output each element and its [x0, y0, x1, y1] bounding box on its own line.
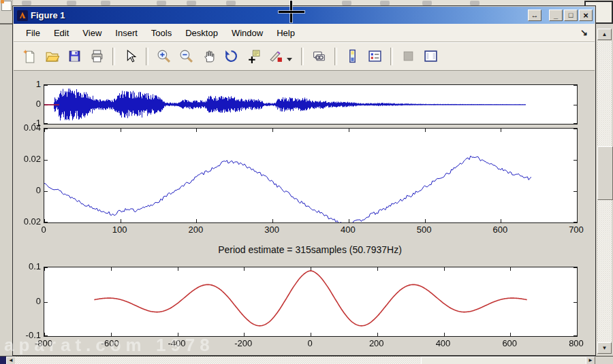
menu-item-file[interactable]: File — [19, 26, 47, 40]
brush-dropdown-icon[interactable] — [287, 58, 292, 61]
show-plot-tools-icon — [424, 49, 438, 63]
background-icon-fragment — [422, 1, 432, 5]
background-icon-fragment — [67, 1, 76, 5]
save-button[interactable] — [65, 48, 83, 65]
tick-label: 0.02 — [11, 154, 41, 165]
link-icon — [312, 49, 326, 63]
toolbar-separator — [390, 48, 393, 65]
pitch-contour-plot — [44, 129, 577, 222]
tick-label: 100 — [101, 225, 138, 235]
tick-label: 0.1 — [11, 261, 41, 272]
tick-label: -800 — [25, 338, 62, 349]
menu-item-desktop[interactable]: Desktop — [178, 26, 225, 40]
link-plot-button[interactable] — [310, 48, 328, 65]
tick-label: 0 — [11, 185, 41, 196]
tick-label: 600 — [482, 225, 518, 235]
divider — [0, 23, 12, 24]
background-icon-fragment — [101, 1, 110, 5]
vertical-scroll-thumb[interactable] — [597, 146, 613, 200]
hide-plot-tools-button[interactable] — [399, 48, 417, 65]
tick-label: 200 — [177, 225, 214, 235]
axes-waveform — [44, 84, 578, 125]
toolbar-separator — [112, 48, 115, 65]
insert-colorbar-button[interactable] — [343, 48, 361, 65]
zoom-out-icon — [179, 49, 193, 63]
toolbar-separator — [146, 48, 148, 65]
background-icon-fragment — [380, 1, 390, 5]
tick-label: 300 — [253, 225, 290, 235]
open-file-button[interactable] — [43, 48, 61, 65]
background-toolbar-sliver — [12, 0, 596, 5]
toolbar-separator — [301, 48, 304, 65]
horizontal-scroll-thumb[interactable] — [421, 357, 587, 364]
menu-item-view[interactable]: View — [76, 26, 108, 40]
scroll-left-button[interactable]: ◄ — [6, 357, 16, 364]
minimize-button[interactable]: _ — [549, 10, 563, 21]
tick-label: 200 — [358, 338, 395, 349]
axes-autocorrelation — [44, 267, 578, 337]
insert-legend-button[interactable] — [366, 48, 383, 65]
dock-undock-button[interactable]: ↔ — [528, 10, 541, 21]
scrollbar-corner — [0, 357, 6, 364]
zoom-out-button[interactable] — [177, 48, 195, 65]
menu-item-window[interactable]: Window — [225, 26, 270, 40]
save-icon — [67, 49, 82, 63]
tick-label: 700 — [558, 225, 595, 235]
dock-figure-arrow[interactable]: ↘ — [580, 27, 588, 37]
scrollbar-track[interactable] — [15, 357, 421, 364]
show-plot-tools-button[interactable] — [422, 48, 439, 65]
zoom-in-button[interactable] — [155, 48, 172, 65]
data-cursor-icon — [247, 49, 261, 63]
menu-item-help[interactable]: Help — [270, 26, 302, 40]
tick-label: 0 — [11, 99, 41, 110]
tick-label: 500 — [406, 225, 443, 235]
tick-label: 400 — [330, 225, 366, 235]
tick-label: 400 — [425, 338, 462, 349]
tick-label: 0 — [11, 296, 41, 307]
rotate-3d-button[interactable] — [222, 48, 240, 65]
matlab-logo-icon — [17, 10, 28, 21]
menu-item-edit[interactable]: Edit — [47, 26, 76, 40]
tick-label: -400 — [159, 338, 195, 349]
background-horizontal-scrollbar[interactable]: ◄ ► — [0, 356, 613, 364]
hide-plot-tools-icon — [401, 49, 415, 63]
arrow-cursor-icon — [123, 49, 138, 63]
tick-label: 1 — [11, 79, 41, 90]
zoom-in-icon — [157, 49, 171, 63]
menu-bar: File Edit View Insert Tools Desktop Wind… — [14, 24, 595, 42]
legend-icon — [368, 49, 382, 63]
menu-item-tools[interactable]: Tools — [144, 26, 178, 40]
background-icon-fragment — [157, 1, 166, 5]
waveform-plot — [44, 85, 577, 124]
maximize-button[interactable]: □ — [564, 10, 578, 21]
tick-label: 600 — [491, 338, 528, 349]
toolbar — [14, 42, 595, 71]
background-icon-fragment — [22, 1, 31, 5]
figure-window: Figure 1 ↔ _ □ × File Edit View Insert T… — [12, 5, 596, 356]
data-cursor-button[interactable] — [245, 48, 262, 65]
new-file-icon — [22, 49, 37, 63]
close-button[interactable]: × — [579, 10, 593, 21]
axes-title: Period estimate = 315samples (50.7937Hz) — [44, 244, 576, 255]
tick-label: 0 — [292, 338, 328, 349]
rotate-icon — [224, 49, 238, 63]
new-file-button[interactable] — [20, 48, 38, 65]
background-vertical-scrollbar[interactable]: ▲ ▼ — [597, 0, 613, 364]
colorbar-icon — [345, 49, 360, 63]
screen: ▲ ▼ ◄ ► Figure 1 ↔ _ □ × File Edit View … — [0, 0, 613, 364]
scroll-up-button[interactable]: ▲ — [597, 29, 612, 40]
tick-label: -600 — [92, 338, 129, 349]
print-button[interactable] — [88, 48, 106, 65]
background-new-document-icon — [1, 1, 12, 11]
background-icon-fragment — [187, 1, 196, 5]
open-folder-icon — [45, 49, 59, 63]
figure-titlebar[interactable]: Figure 1 ↔ _ □ × — [14, 7, 595, 24]
scroll-right-button[interactable]: ► — [586, 357, 595, 364]
edit-plot-button[interactable] — [121, 48, 139, 65]
background-icon-fragment — [226, 1, 236, 5]
brush-button[interactable] — [267, 48, 285, 65]
menu-item-insert[interactable]: Insert — [108, 26, 144, 40]
scroll-down-button[interactable]: ▼ — [597, 342, 612, 354]
background-icon-fragment — [342, 1, 351, 5]
pan-button[interactable] — [200, 48, 217, 65]
